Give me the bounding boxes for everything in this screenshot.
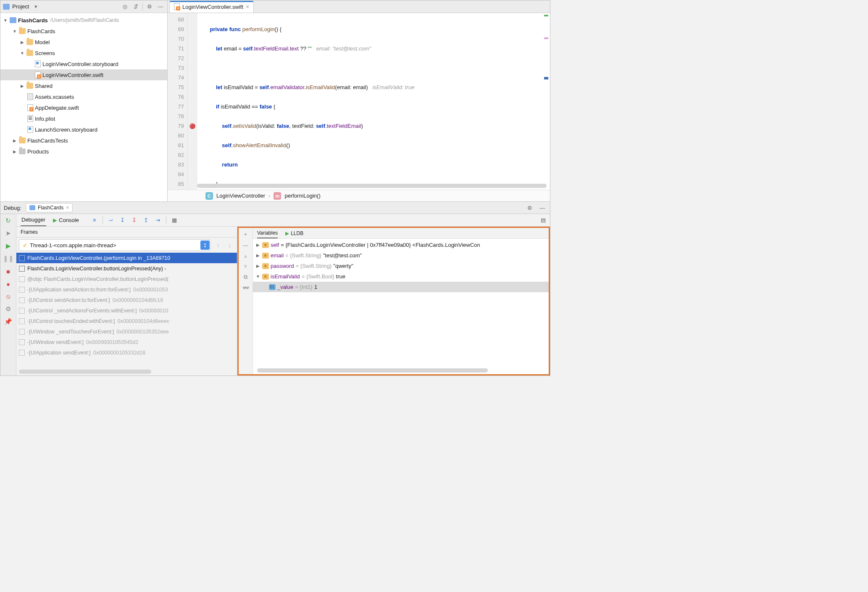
frame-row[interactable]: FlashCards.LoginViewController.(performL… [16,253,237,263]
tree-root-label: FlashCards [18,17,48,24]
step-into-icon[interactable]: ↧ [119,217,126,224]
debug-session-bar: Debug: FlashCards × ⚙ — [0,201,550,214]
tree-folder[interactable]: ▶FlashCardsTests [0,135,167,146]
variables-tabs: Variables ▶LLDB [253,228,549,239]
code-lines[interactable]: private func performLogin() { let email … [197,13,550,190]
navigate-icon[interactable]: ➤ [4,229,13,238]
minimize-icon[interactable]: — [538,204,547,212]
dropdown-icon[interactable]: ▴▾ [200,240,210,250]
run-to-cursor-icon[interactable]: ⇥ [154,217,162,224]
tree-file[interactable]: Assets.xcassets [0,91,167,102]
debug-label: Debug: [4,205,21,211]
tree-root[interactable]: ▼ FlashCards /Users/jsmith/Swift/FlashCa… [0,15,167,26]
tab-lldb[interactable]: ▶LLDB [285,229,303,238]
evaluate-icon[interactable]: ▦ [171,217,178,224]
step-over-icon[interactable]: ⤻ [107,217,115,224]
tree-file[interactable]: AppDelegate.swift [0,102,167,113]
frame-row[interactable]: -[UIWindow _sendTouchesForEvent:] 0x0000… [16,326,237,337]
layout-icon[interactable]: ▤ [541,217,546,223]
pin-icon[interactable]: 📌 [4,317,13,326]
down-icon[interactable]: ▼ [243,263,248,270]
next-frame-icon[interactable]: ↓ [225,240,234,250]
close-icon[interactable]: × [246,3,249,10]
tab-debugger[interactable]: Debugger [21,214,46,226]
editor-area: LoginViewController.swift × 686970 71727… [168,0,550,201]
frame-row[interactable]: @objc FlashCards.LoginViewController.but… [16,274,237,284]
up-icon[interactable]: ▲ [243,253,248,259]
mute-breakpoints-icon[interactable]: ⦸ [4,292,13,301]
minimize-icon[interactable]: — [156,3,165,11]
code-editor[interactable]: 686970 717273 747576 777879 808182 83848… [168,13,550,190]
variable-row[interactable]: ▶≡ password = {Swift.String} "qwerty" [253,261,549,271]
tree-folder[interactable]: ▶Model [0,37,167,48]
breadcrumb-class[interactable]: LoginViewController [216,193,265,199]
tab-console[interactable]: ▶Console [52,214,80,226]
force-step-into-icon[interactable]: ↧ [131,217,138,224]
horizontal-scrollbar[interactable] [19,370,151,374]
resume-icon[interactable]: ▶ [4,242,13,250]
project-tree[interactable]: ▼ FlashCards /Users/jsmith/Swift/FlashCa… [0,13,167,201]
variable-row[interactable]: ▶≡ self = {FlashCards.LoginViewControlle… [253,240,549,250]
frames-list[interactable]: FlashCards.LoginViewController.(performL… [16,253,237,375]
variables-tree[interactable]: ▶≡ self = {FlashCards.LoginViewControlle… [253,239,549,374]
frame-row[interactable]: -[UIControl _sendActionsForEvents:withEv… [16,305,237,316]
gear-icon[interactable]: ⚙ [526,204,534,212]
frame-row[interactable]: -[UIApplication sendAction:to:from:forEv… [16,284,237,295]
tree-file[interactable]: LaunchScreen.storyboard [0,124,167,135]
prev-frame-icon[interactable]: ↑ [213,240,223,250]
breakpoint-gutter[interactable] [188,13,197,190]
rerun-icon[interactable]: ↻ [4,217,13,225]
swift-file-icon [174,3,180,10]
frames-title: Frames [16,227,237,238]
line-gutter[interactable]: 686970 717273 747576 777879 808182 83848… [168,13,188,190]
editor-tabbar: LoginViewController.swift × [168,0,550,13]
debug-session-tab[interactable]: FlashCards × [26,203,73,212]
view-breakpoints-icon[interactable]: ● [4,280,13,288]
step-out-icon[interactable]: ↥ [142,217,150,224]
variable-row[interactable]: ▼≡ isEmailValid = {Swift.Bool} true [253,271,549,282]
variables-toolbar: ＋ — ▲ ▼ ⧉ 👓 [239,228,253,374]
close-icon[interactable]: × [66,205,69,211]
settings-icon[interactable]: ⚙ [4,305,13,313]
thread-selector[interactable]: ✓ Thread-1-<com.apple.main-thread> ▴▾ [19,239,211,251]
project-panel: Project ▾ ◎ ⇵ ⚙ — ▼ FlashCards /Users/js… [0,0,168,201]
editor-tab-title: LoginViewController.swift [182,4,243,10]
variable-row[interactable]: ▶≡ email = {Swift.String} "test@test.com… [253,250,549,261]
tree-folder[interactable]: ▶Products [0,146,167,157]
variable-row[interactable]: 01 _value = {Int1} 1 [253,282,549,292]
stop-icon[interactable]: ■ [4,267,13,275]
frame-row[interactable]: FlashCards.LoginViewController.buttonLog… [16,263,237,274]
tab-variables[interactable]: Variables [257,228,278,238]
frame-row[interactable]: -[UIControl touchesEnded:withEvent:] 0x0… [16,316,237,326]
target-icon[interactable]: ◎ [121,3,129,11]
breakpoint-marker-icon[interactable] [189,123,195,129]
chevron-down-icon[interactable]: ▾ [32,3,40,11]
frame-row[interactable]: -[UIApplication sendEvent:] 0x0000000105… [16,347,237,358]
pause-icon[interactable]: ❚❚ [4,254,13,263]
project-dropdown-label[interactable]: Project [12,3,29,10]
gear-icon[interactable]: ⚙ [145,3,154,11]
watch-icon[interactable]: 👓 [242,285,249,291]
remove-watch-icon[interactable]: — [243,242,248,248]
breadcrumb[interactable]: C LoginViewController › m performLogin() [168,190,550,201]
debug-panel: ↻ ➤ ▶ ❚❚ ■ ● ⦸ ⚙ 📌 Debugger ▶Console ≡ ⤻… [0,214,550,375]
step-toolbar: ≡ ⤻ ↧ ↧ ↥ ⇥ ▦ [91,217,178,224]
tree-folder[interactable]: ▼Screens [0,48,167,58]
tree-file[interactable]: LoginViewController.storyboard [0,58,167,69]
breadcrumb-method[interactable]: performLogin() [284,193,320,199]
tree-file-selected[interactable]: LoginViewController.swift [0,69,167,80]
show-execution-icon[interactable]: ≡ [91,217,98,224]
copy-icon[interactable]: ⧉ [244,274,247,280]
horizontal-scrollbar[interactable] [197,184,547,188]
tree-folder[interactable]: ▶Shared [0,80,167,91]
check-icon: ✓ [23,242,27,248]
horizontal-scrollbar[interactable] [257,368,488,373]
tree-folder[interactable]: ▼FlashCards [0,26,167,37]
app-icon [29,205,35,210]
expand-icon[interactable]: ⇵ [132,3,140,11]
add-watch-icon[interactable]: ＋ [243,230,248,238]
tree-file[interactable]: Info.plist [0,113,167,124]
frame-row[interactable]: -[UIControl sendAction:to:forEvent:] 0x0… [16,295,237,305]
editor-tab[interactable]: LoginViewController.swift × [169,1,254,13]
frame-row[interactable]: -[UIWindow sendEvent:] 0x00000001053545d… [16,337,237,347]
